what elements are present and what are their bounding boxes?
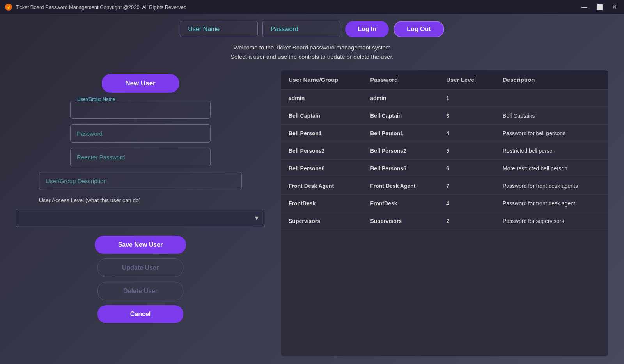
table-row[interactable]: Bell Person1 Bell Person1 4 Password for… <box>281 125 608 142</box>
cell-password: admin <box>362 90 438 107</box>
welcome-line2: Select a user and use the controls to up… <box>230 52 394 62</box>
cell-username: Bell Person1 <box>281 125 362 142</box>
cell-description: Password for supervisors <box>495 212 608 230</box>
cell-level: 7 <box>438 177 495 195</box>
reenter-password-input[interactable] <box>70 148 211 166</box>
cell-description: Password for bell persons <box>495 125 608 142</box>
cell-description: More restricted bell person <box>495 160 608 177</box>
users-table-panel: User Name/Group Password User Level Desc… <box>281 70 608 356</box>
cell-password: FrontDesk <box>362 195 438 212</box>
cancel-button[interactable]: Cancel <box>98 305 183 323</box>
user-group-name-field: User/Group Name <box>70 101 211 119</box>
table-header-row: User Name/Group Password User Level Desc… <box>281 70 608 90</box>
cell-username: Bell Captain <box>281 107 362 125</box>
title-bar-controls: — ⬜ ✕ <box>579 3 619 11</box>
col-description: Description <box>495 70 608 90</box>
cell-level: 4 <box>438 125 495 142</box>
form-password-input[interactable] <box>70 124 211 143</box>
new-user-button[interactable]: New User <box>102 74 179 93</box>
left-panel: New User User/Group Name User Access Lev… <box>16 70 265 356</box>
close-button[interactable]: ✕ <box>610 3 619 11</box>
cell-level: 5 <box>438 142 495 160</box>
table-row[interactable]: Supervisors Supervisors 2 Password for s… <box>281 212 608 230</box>
access-level-select-wrap: 1 2 3 4 5 6 7 ▼ <box>16 209 265 227</box>
cell-password: Front Desk Agent <box>362 177 438 195</box>
cell-username: Bell Persons2 <box>281 142 362 160</box>
col-password: Password <box>362 70 438 90</box>
cell-username: Front Desk Agent <box>281 177 362 195</box>
cell-password: Bell Persons2 <box>362 142 438 160</box>
minimize-button[interactable]: — <box>579 3 589 11</box>
table-row[interactable]: Front Desk Agent Front Desk Agent 7 Pass… <box>281 177 608 195</box>
header: Log In Log Out Welcome to the Ticket Boa… <box>0 14 624 65</box>
app-icon <box>5 3 12 11</box>
password-field <box>70 124 211 143</box>
cell-description <box>495 90 608 107</box>
reenter-password-field <box>70 148 211 166</box>
table-header: User Name/Group Password User Level Desc… <box>281 70 608 90</box>
cell-password: Supervisors <box>362 212 438 230</box>
cell-level: 6 <box>438 160 495 177</box>
title-bar-left: Ticket Board Password Management Copyrig… <box>5 3 186 11</box>
cell-password: Bell Captain <box>362 107 438 125</box>
cell-username: Bell Persons6 <box>281 160 362 177</box>
cell-level: 1 <box>438 90 495 107</box>
cell-level: 4 <box>438 195 495 212</box>
table-body: admin admin 1 Bell Captain Bell Captain … <box>281 90 608 230</box>
main-content: New User User/Group Name User Access Lev… <box>0 62 624 364</box>
table-row[interactable]: Bell Persons2 Bell Persons2 5 Restricted… <box>281 142 608 160</box>
user-group-name-label: User/Group Name <box>76 97 117 102</box>
cell-password: Bell Persons6 <box>362 160 438 177</box>
header-inputs: Log In Log Out <box>180 21 444 37</box>
cell-level: 3 <box>438 107 495 125</box>
cell-username: Supervisors <box>281 212 362 230</box>
action-buttons: Save New User Update User Delete User Ca… <box>16 236 265 323</box>
app-title: Ticket Board Password Management Copyrig… <box>16 4 186 10</box>
table-row[interactable]: Bell Persons6 Bell Persons6 6 More restr… <box>281 160 608 177</box>
logout-button[interactable]: Log Out <box>394 21 444 37</box>
table-row[interactable]: FrontDesk FrontDesk 4 Password for front… <box>281 195 608 212</box>
cell-description: Password for front desk agent <box>495 195 608 212</box>
table-row[interactable]: admin admin 1 <box>281 90 608 107</box>
delete-user-button: Delete User <box>98 282 183 300</box>
col-username: User Name/Group <box>281 70 362 90</box>
maximize-button[interactable]: ⬜ <box>594 3 605 11</box>
username-input[interactable] <box>180 21 258 37</box>
cell-description: Bell Captains <box>495 107 608 125</box>
users-table: User Name/Group Password User Level Desc… <box>281 70 608 230</box>
access-level-select[interactable]: 1 2 3 4 5 6 7 <box>16 209 265 227</box>
login-button[interactable]: Log In <box>345 21 389 37</box>
welcome-line1: Welcome to the Ticket Board password man… <box>230 43 394 52</box>
password-input[interactable] <box>262 21 340 37</box>
title-bar: Ticket Board Password Management Copyrig… <box>0 0 624 14</box>
update-user-button: Update User <box>98 258 183 277</box>
description-input[interactable] <box>39 172 242 190</box>
cell-description: Password for front desk agents <box>495 177 608 195</box>
access-level-label: User Access Level (what this user can do… <box>39 197 242 203</box>
cell-username: admin <box>281 90 362 107</box>
welcome-text: Welcome to the Ticket Board password man… <box>230 43 394 62</box>
save-new-user-button[interactable]: Save New User <box>95 236 186 254</box>
col-level: User Level <box>438 70 495 90</box>
cell-level: 2 <box>438 212 495 230</box>
description-field <box>39 172 242 190</box>
table-row[interactable]: Bell Captain Bell Captain 3 Bell Captain… <box>281 107 608 125</box>
cell-description: Restricted bell person <box>495 142 608 160</box>
user-group-name-input[interactable] <box>70 101 211 119</box>
cell-password: Bell Person1 <box>362 125 438 142</box>
cell-username: FrontDesk <box>281 195 362 212</box>
